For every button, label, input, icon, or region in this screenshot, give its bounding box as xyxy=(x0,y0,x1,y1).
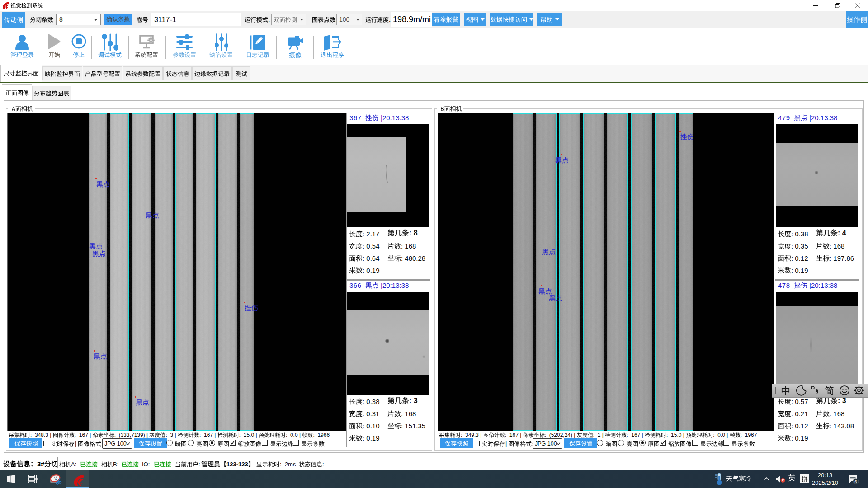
svg-text:6: 6 xyxy=(854,479,857,484)
